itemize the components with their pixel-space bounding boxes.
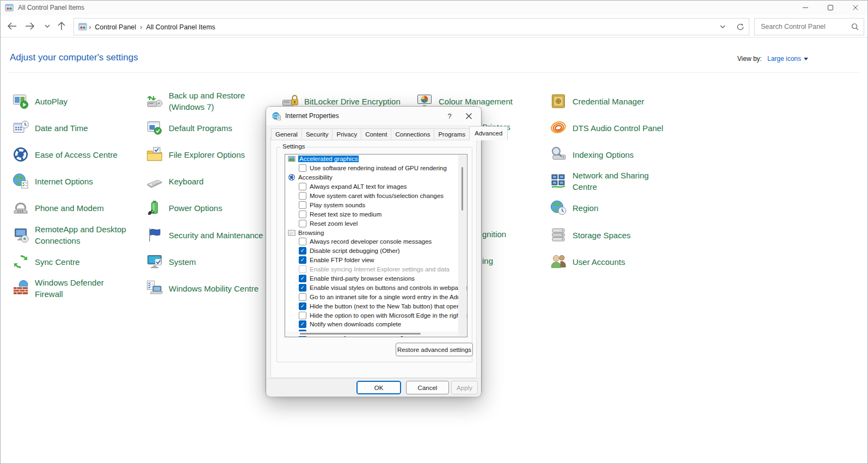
setting-notify-when-downloads-complete[interactable]: ✓Notify when downloads complete <box>285 320 467 329</box>
item-phone-and-modem[interactable]: Phone and Modem <box>12 195 104 221</box>
checkbox[interactable]: ✓ <box>299 320 306 328</box>
group-browsing[interactable]: Browsing <box>285 228 467 237</box>
backup-icon <box>146 92 163 110</box>
ok-button[interactable]: OK <box>356 381 401 394</box>
item-autoplay[interactable]: AutoPlay <box>12 88 67 114</box>
tab-security[interactable]: Security <box>301 128 333 140</box>
item-windows-defender-firewall[interactable]: Windows DefenderFirewall <box>12 275 104 301</box>
item-storage-spaces[interactable]: Storage Spaces <box>550 222 631 248</box>
setting-label: Notify when downloads complete <box>310 321 401 327</box>
up-button[interactable] <box>55 20 68 33</box>
address-dropdown-button[interactable] <box>714 19 731 34</box>
setting-use-software-rendering-instead-of-gpu-rendering[interactable]: Use software rendering instead of GPU re… <box>285 164 467 173</box>
item-ease-of-access-centre[interactable]: Ease of Access Centre <box>12 141 118 168</box>
item-user-accounts[interactable]: User Accounts <box>550 249 625 275</box>
checkbox[interactable] <box>299 220 306 227</box>
minimize-button[interactable] <box>793 0 818 15</box>
refresh-button[interactable] <box>731 19 749 34</box>
item-security-and-maintenance[interactable]: Security and Maintenance <box>146 222 263 248</box>
setting-disable-script-debugging-other[interactable]: ✓Disable script debugging (Other) <box>285 246 467 256</box>
checkbox[interactable] <box>299 265 306 273</box>
view-by-chevron-icon[interactable] <box>804 58 808 60</box>
setting-enable-third-party-browser-extensions[interactable]: ✓Enable third-party browser extensions <box>285 274 467 283</box>
item-dts-audio-control-panel[interactable]: DTS Audio Control Panel <box>550 115 663 141</box>
setting-go-to-an-intranet-site-for-a-single-word-entry-in-the-addre[interactable]: Go to an intranet site for a single word… <box>285 292 467 301</box>
setting-enable-syncing-internet-explorer-settings-and-data[interactable]: Enable syncing Internet Explorer setting… <box>285 265 467 274</box>
setting-always-expand-alt-text-for-images[interactable]: Always expand ALT text for images <box>285 182 467 191</box>
checkbox[interactable]: ✓ <box>299 302 306 310</box>
item-keyboard[interactable]: Keyboard <box>146 168 204 194</box>
dialog-close-button[interactable] <box>460 109 477 123</box>
breadcrumb-all-control-panel-items[interactable]: All Control Panel Items <box>144 23 217 31</box>
tab-content[interactable]: Content <box>361 128 391 140</box>
group-accessibility[interactable]: Accessibility <box>285 173 467 182</box>
breadcrumb-control-panel[interactable]: Control Panel <box>93 23 138 31</box>
dialog-help-button[interactable]: ? <box>442 109 457 123</box>
checkbox[interactable]: ✓ <box>299 247 306 255</box>
tab-general[interactable]: General <box>271 128 302 140</box>
search-input[interactable] <box>760 22 851 31</box>
checkbox[interactable]: ✓ <box>299 275 306 282</box>
checkbox[interactable] <box>299 211 306 218</box>
item-network-and-sharing-centre[interactable]: Network and SharingCentre <box>550 168 649 194</box>
tab-programs[interactable]: Programs <box>434 128 470 140</box>
apply-button[interactable]: Apply <box>451 381 478 394</box>
item-date-and-time[interactable]: Date and Time <box>12 115 88 141</box>
setting-play-system-sounds[interactable]: Play system sounds <box>285 200 467 209</box>
recent-pages-button[interactable] <box>41 20 54 33</box>
window-title: All Control Panel Items <box>18 4 84 11</box>
checkbox[interactable] <box>299 183 306 190</box>
item-indexing-options[interactable]: Indexing Options <box>550 141 634 168</box>
item-system[interactable]: System <box>146 249 196 275</box>
item-back-up-and-restore-windows-7[interactable]: Back up and Restore(Windows 7) <box>146 88 245 114</box>
checkbox[interactable] <box>299 201 306 209</box>
datetime-icon <box>12 119 29 137</box>
checkbox[interactable] <box>299 293 306 301</box>
item-label: Power Options <box>169 202 222 214</box>
checkbox[interactable] <box>299 238 306 245</box>
checkbox[interactable]: ✓ <box>299 284 306 292</box>
advanced-settings-list[interactable]: Accelerated graphicsUse software renderi… <box>285 154 467 337</box>
vertical-scrollbar-thumb[interactable] <box>461 167 463 211</box>
item-credential-manager[interactable]: Credential Manager <box>550 88 644 114</box>
restore-advanced-settings-button[interactable]: Restore advanced settings <box>396 343 473 356</box>
item-windows-mobility-centre[interactable]: Windows Mobility Centre <box>146 275 258 301</box>
item-remoteapp-and-desktop-connections[interactable]: RemoteApp and DesktopConnections <box>12 222 126 248</box>
tab-privacy[interactable]: Privacy <box>332 128 361 140</box>
checkbox[interactable] <box>299 312 306 319</box>
setting-reset-zoom-level[interactable]: Reset zoom level <box>285 219 467 228</box>
setting-enable-ftp-folder-view[interactable]: ✓Enable FTP folder view <box>285 256 467 265</box>
checkbox[interactable]: ✓ <box>299 256 306 264</box>
vertical-scrollbar[interactable] <box>458 155 466 336</box>
cancel-button[interactable]: Cancel <box>406 381 449 394</box>
speech-recognition-label-fragment[interactable]: gnition <box>482 230 506 239</box>
view-by-dropdown[interactable]: Large icons <box>767 55 801 63</box>
item-internet-options[interactable]: Internet Options <box>12 168 93 194</box>
checkbox[interactable] <box>299 192 306 200</box>
setting-hide-the-option-to-open-with-microsoft-edge-in-the-right-cli[interactable]: Hide the option to open with Microsoft E… <box>285 311 467 320</box>
gfx-group-icon <box>288 155 296 163</box>
maximize-button[interactable] <box>818 0 843 15</box>
item-file-explorer-options[interactable]: File Explorer Options <box>146 141 245 168</box>
setting-hide-the-button-next-to-the-new-tab-button-that-opens[interactable]: ✓Hide the button (next to the New Tab bu… <box>285 301 467 311</box>
tab-advanced[interactable]: Advanced <box>469 126 508 140</box>
back-button[interactable] <box>5 20 19 33</box>
address-bar[interactable]: ›Control Panel›All Control Panel Items <box>73 18 749 35</box>
breadcrumb-chevron-icon: › <box>138 23 144 31</box>
checkbox[interactable] <box>299 164 306 172</box>
item-default-programs[interactable]: Default Programs <box>146 115 232 141</box>
group-accelerated-graphics[interactable]: Accelerated graphics <box>285 154 467 164</box>
tab-connections[interactable]: Connections <box>391 128 434 140</box>
troubleshooting-label-fragment[interactable]: ing <box>482 256 493 265</box>
setting-enable-visual-styles-on-buttons-and-controls-in-webpages[interactable]: ✓Enable visual styles on buttons and con… <box>285 283 467 292</box>
item-power-options[interactable]: Power Options <box>146 195 222 221</box>
item-sync-centre[interactable]: Sync Centre <box>12 249 80 275</box>
setting-move-system-caret-with-focus-selection-changes[interactable]: Move system caret with focus/selection c… <box>285 191 467 201</box>
close-button[interactable] <box>843 0 868 15</box>
forward-button[interactable] <box>23 20 36 33</box>
horizontal-scrollbar[interactable] <box>286 331 459 336</box>
setting-always-record-developer-console-messages[interactable]: Always record developer console messages <box>285 237 467 246</box>
item-region[interactable]: Region <box>550 195 599 221</box>
horizontal-scrollbar-thumb[interactable] <box>300 333 421 335</box>
setting-reset-text-size-to-medium[interactable]: Reset text size to medium <box>285 209 467 219</box>
